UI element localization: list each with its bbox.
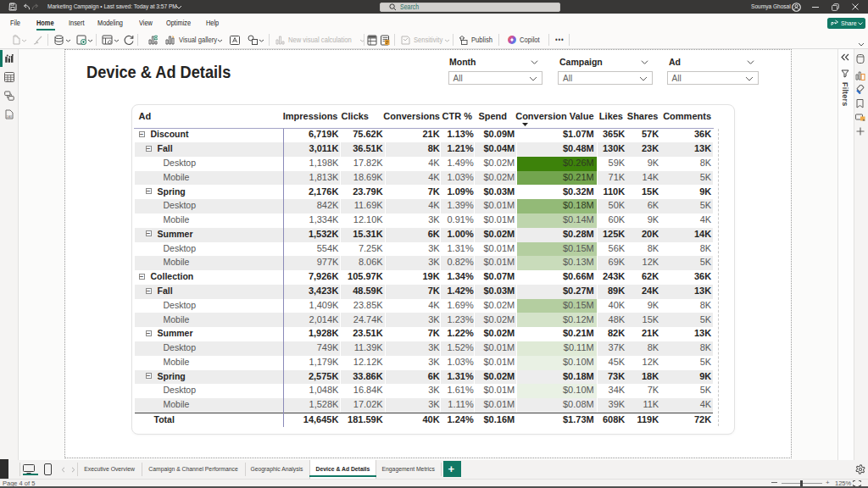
svg-text:DAX: DAX — [7, 115, 13, 119]
